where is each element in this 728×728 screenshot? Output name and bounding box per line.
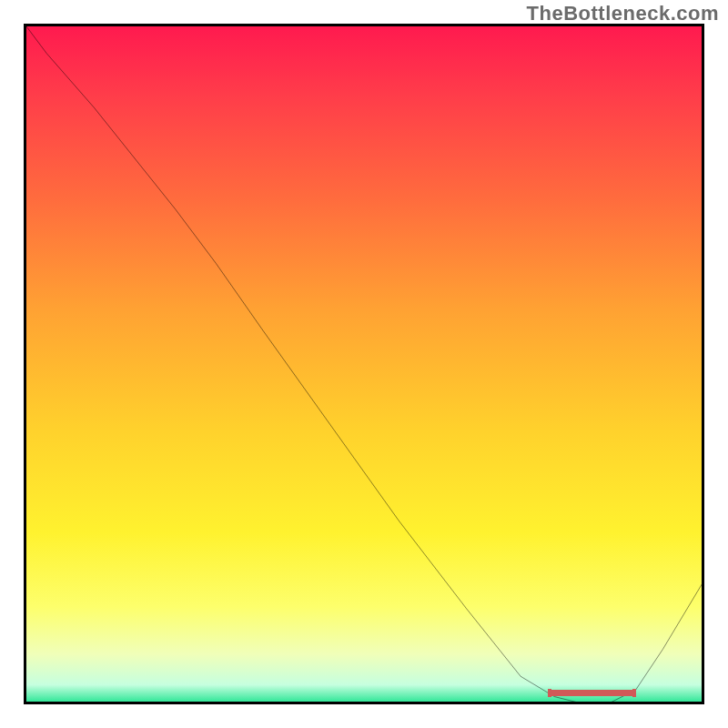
curve-path (26, 26, 703, 703)
watermark-text: TheBottleneck.com (527, 2, 719, 25)
optimal-zone-marker (548, 690, 636, 696)
chart-frame (24, 24, 704, 704)
curve-line (26, 26, 703, 703)
